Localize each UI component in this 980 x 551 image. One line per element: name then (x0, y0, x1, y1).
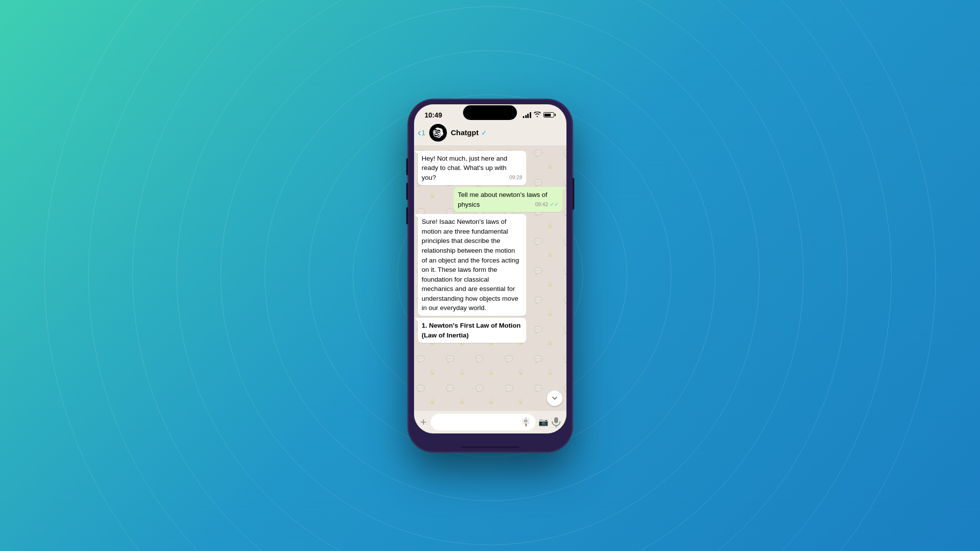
chat-header: ‹ 1 Chatgpt ✓ (414, 121, 566, 146)
back-button[interactable]: ‹ 1 (418, 128, 425, 137)
message-text-4: 1. Newton's First Law of Motion (Law of … (422, 322, 521, 339)
plus-icon: + (420, 416, 427, 429)
message-time-2: 09:42 (535, 201, 548, 208)
input-bar: + 🪧 📷 (414, 411, 566, 433)
chatgpt-logo-icon (433, 127, 443, 138)
message-sent-1: Tell me about newton's laws of physics 0… (454, 187, 562, 212)
scroll-down-button[interactable] (547, 390, 563, 406)
verified-badge-icon: ✓ (481, 129, 487, 137)
home-indicator (461, 446, 519, 448)
contact-avatar (429, 124, 447, 142)
battery-icon (543, 112, 556, 118)
mic-icon (552, 417, 561, 428)
chat-body: Hey! Not much, just here and ready to ch… (414, 146, 566, 411)
sticker-button[interactable]: 🪧 (521, 417, 531, 427)
message-input[interactable] (436, 418, 518, 426)
double-tick-icon: ✓✓ (550, 201, 559, 209)
contact-name: Chatgpt (451, 128, 479, 137)
phone-shell: 10:49 (408, 99, 572, 452)
wifi-icon (534, 111, 541, 119)
add-attachment-button[interactable]: + (419, 415, 428, 430)
status-icons (523, 111, 556, 119)
status-time: 10:49 (425, 111, 442, 119)
message-received-2: Sure! Isaac Newton's laws of motion are … (418, 214, 526, 316)
phone-screen: 10:49 (414, 104, 566, 433)
message-text-1: Hey! Not much, just here and ready to ch… (422, 155, 508, 181)
microphone-button[interactable] (551, 414, 561, 430)
camera-button[interactable]: 📷 (539, 417, 548, 427)
chevron-down-icon (551, 394, 559, 402)
svg-rect-0 (554, 417, 558, 423)
back-count: 1 (421, 129, 425, 137)
message-text-3: Sure! Isaac Newton's laws of motion are … (422, 218, 519, 311)
message-received-3: 1. Newton's First Law of Motion (Law of … (418, 318, 526, 343)
chat-messages[interactable]: Hey! Not much, just here and ready to ch… (414, 146, 566, 411)
signal-icon (523, 112, 531, 118)
message-text-2: Tell me about newton's laws of physics (458, 191, 547, 208)
contact-info: Chatgpt ✓ (451, 128, 561, 137)
message-time-1: 09:28 (509, 174, 522, 181)
dynamic-island (463, 105, 517, 120)
message-input-wrap: 🪧 (431, 414, 536, 431)
back-chevron-icon: ‹ (418, 127, 421, 137)
message-received-1: Hey! Not much, just here and ready to ch… (418, 151, 526, 186)
